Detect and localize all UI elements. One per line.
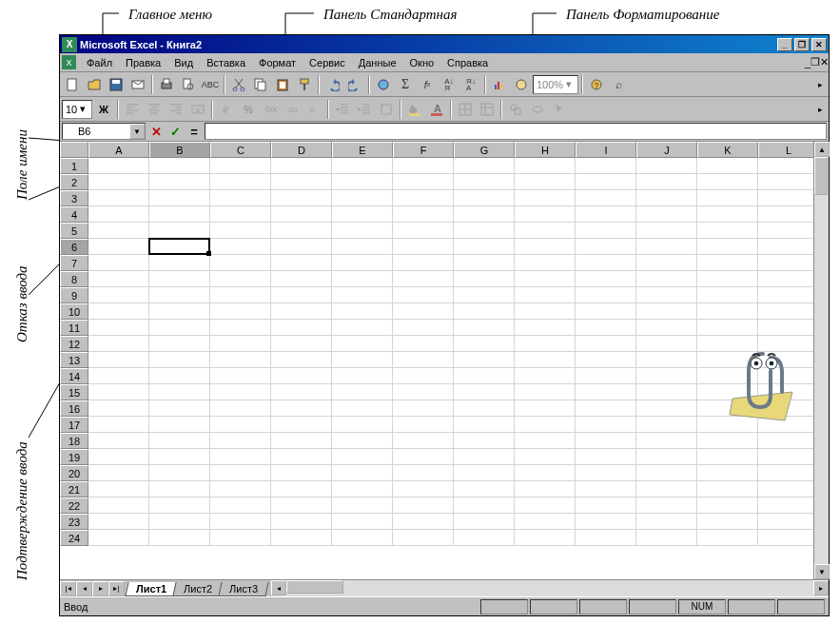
cell[interactable] [454, 303, 515, 320]
cell[interactable] [88, 481, 149, 497]
cell[interactable] [88, 223, 149, 239]
col-header[interactable]: I [576, 142, 636, 158]
scroll-down-icon[interactable]: ▼ [814, 564, 830, 579]
cell[interactable] [88, 190, 149, 206]
cell[interactable] [210, 497, 271, 514]
col-header[interactable]: E [332, 142, 393, 158]
row-header[interactable]: 9 [60, 287, 88, 303]
cell[interactable] [454, 271, 515, 287]
scroll-left-icon[interactable]: ◂ [271, 580, 286, 595]
cell[interactable] [636, 449, 697, 465]
cell[interactable] [515, 255, 576, 271]
autoshapes-icon[interactable] [505, 99, 526, 120]
cell[interactable] [576, 255, 636, 271]
cell[interactable] [636, 465, 697, 481]
cell[interactable] [271, 271, 332, 287]
cell[interactable] [697, 271, 758, 287]
row-header[interactable]: 12 [60, 336, 88, 352]
name-box[interactable]: B6 ▼ [62, 123, 146, 140]
autosum-icon[interactable]: Σ [395, 74, 416, 95]
name-box-dropdown-icon[interactable]: ▼ [129, 124, 145, 139]
bold-button[interactable]: Ж [93, 99, 114, 120]
cell[interactable] [271, 514, 332, 530]
hyperlink-icon[interactable] [373, 74, 394, 95]
cell[interactable] [576, 158, 636, 174]
cell[interactable] [149, 174, 210, 190]
cell[interactable] [758, 271, 819, 287]
row-header[interactable]: 4 [60, 206, 88, 223]
cell[interactable] [576, 352, 636, 368]
cell[interactable] [149, 400, 210, 417]
cell[interactable] [149, 206, 210, 223]
cell[interactable] [576, 190, 636, 206]
cell[interactable] [636, 433, 697, 449]
new-icon[interactable] [62, 74, 83, 95]
cell[interactable] [576, 223, 636, 239]
cell[interactable] [393, 174, 454, 190]
cell[interactable] [393, 190, 454, 206]
cell[interactable] [758, 465, 819, 481]
menu-insert[interactable]: Вставка [200, 55, 252, 70]
cell[interactable] [576, 449, 636, 465]
mail-icon[interactable] [127, 74, 148, 95]
cell[interactable] [332, 433, 393, 449]
cell[interactable] [697, 303, 758, 320]
hscroll-thumb[interactable] [286, 580, 343, 594]
cell[interactable] [210, 449, 271, 465]
zoom-combo[interactable]: 100% ▾ [533, 75, 578, 94]
drawing-icon[interactable] [527, 99, 548, 120]
cell[interactable] [271, 433, 332, 449]
last-sheet-icon[interactable]: ▸| [108, 581, 125, 596]
cell[interactable] [88, 158, 149, 174]
cell[interactable] [515, 174, 576, 190]
fmt-toolbar-overflow-icon[interactable]: ▸ [813, 99, 827, 120]
cell[interactable] [149, 433, 210, 449]
cell[interactable] [271, 239, 332, 255]
row-header[interactable]: 13 [60, 352, 88, 368]
copy-icon[interactable] [250, 74, 271, 95]
cell[interactable] [758, 223, 819, 239]
cell[interactable] [454, 530, 515, 546]
cell[interactable] [515, 530, 576, 546]
cell[interactable] [454, 287, 515, 303]
cell[interactable] [210, 400, 271, 417]
merge-center-icon[interactable]: a [187, 99, 208, 120]
cell[interactable] [332, 223, 393, 239]
cell[interactable] [636, 190, 697, 206]
office-assistant-clippy[interactable] [728, 346, 800, 422]
cell[interactable] [88, 449, 149, 465]
cell[interactable] [88, 530, 149, 546]
cell[interactable] [515, 206, 576, 223]
cell[interactable] [332, 239, 393, 255]
fill-color-icon[interactable] [404, 99, 425, 120]
cell[interactable] [88, 384, 149, 400]
cell[interactable] [88, 287, 149, 303]
cell[interactable] [758, 320, 819, 336]
cell[interactable] [88, 497, 149, 514]
cell[interactable] [271, 530, 332, 546]
cell[interactable] [88, 206, 149, 223]
cell[interactable] [515, 352, 576, 368]
cell[interactable] [210, 206, 271, 223]
cell[interactable] [758, 514, 819, 530]
cell[interactable] [149, 255, 210, 271]
menu-help[interactable]: Справка [440, 55, 495, 70]
child-restore-button[interactable]: ❐ [811, 56, 820, 68]
cell[interactable] [393, 223, 454, 239]
cell[interactable] [393, 368, 454, 384]
help-icon[interactable]: ? [586, 74, 607, 95]
redo-icon[interactable] [344, 74, 365, 95]
cell[interactable] [210, 174, 271, 190]
cell[interactable] [758, 174, 819, 190]
cell[interactable] [636, 497, 697, 514]
col-header[interactable]: C [210, 142, 271, 158]
cell[interactable] [515, 481, 576, 497]
cell[interactable] [271, 417, 332, 433]
cell[interactable] [210, 368, 271, 384]
cell[interactable] [149, 384, 210, 400]
cell[interactable] [88, 336, 149, 352]
cell[interactable] [697, 465, 758, 481]
currency-icon[interactable]: ₽ [216, 99, 237, 120]
menu-view[interactable]: Вид [167, 55, 200, 70]
cell[interactable] [515, 158, 576, 174]
